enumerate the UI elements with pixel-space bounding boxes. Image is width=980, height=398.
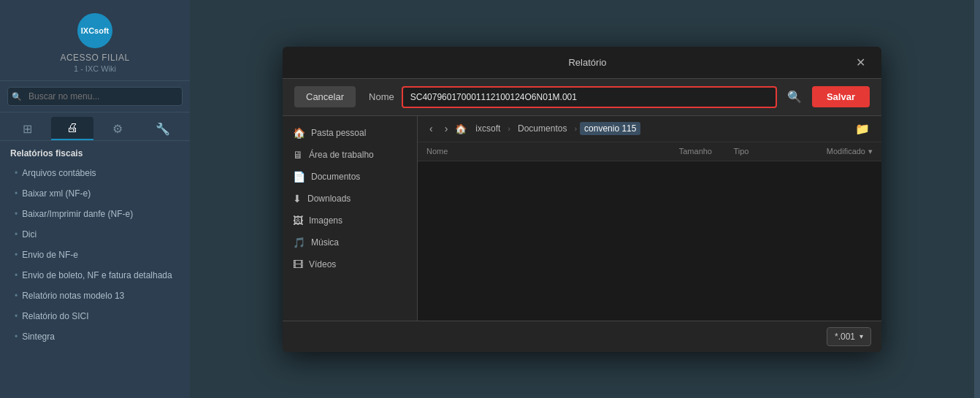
dialog-title: Relatório	[324, 57, 851, 68]
file-nav-sidebar: 🏠 Pasta pessoal 🖥 Área de trabalho 📄 Doc…	[283, 116, 418, 321]
dialog-toolbar: Cancelar Nome 🔍 Salvar	[283, 79, 881, 116]
search-icon-button[interactable]: 🔍	[784, 87, 805, 107]
downloads-icon: ⬇	[293, 193, 302, 204]
company-sub: 1 - IXC Wiki	[74, 64, 116, 73]
breadcrumb-home[interactable]: ixcsoft	[471, 122, 505, 135]
breadcrumb-sep2: ›	[574, 124, 577, 133]
home-breadcrumb-icon: 🏠	[455, 123, 467, 134]
col-header-size: Tamanho	[654, 147, 712, 156]
file-list-body	[418, 161, 881, 321]
breadcrumb-convenio[interactable]: convenio 115	[580, 122, 640, 135]
col-header-type: Tipo	[712, 147, 770, 156]
breadcrumb-documentos[interactable]: Documentos	[513, 122, 571, 135]
logo-icon: IXCsoft	[77, 13, 112, 48]
cancel-button[interactable]: Cancelar	[294, 86, 356, 107]
sidebar-item-sintegra[interactable]: Sintegra	[0, 326, 190, 347]
name-label: Nome	[369, 91, 394, 102]
sidebar-item-envio-nfe[interactable]: Envio de NF-e	[0, 245, 190, 265]
chevron-down-icon: ▾	[860, 332, 863, 340]
company-name: ACESSO FILIAL	[60, 53, 129, 63]
breadcrumb-sep1: ›	[508, 124, 510, 133]
file-list-header: Nome Tamanho Tipo Modificado ▾	[418, 142, 881, 161]
breadcrumb: ‹ › 🏠 ixcsoft › Documentos › convenio 11…	[418, 116, 881, 142]
modal-overlay: Relatório ✕ Cancelar Nome 🔍 Salvar 🏠 Pas…	[190, 0, 974, 398]
save-dialog: Relatório ✕ Cancelar Nome 🔍 Salvar 🏠 Pas…	[283, 47, 881, 352]
right-panel	[974, 0, 980, 398]
file-browser: 🏠 Pasta pessoal 🖥 Área de trabalho 📄 Doc…	[283, 116, 881, 321]
videos-icon: 🎞	[293, 259, 303, 270]
sidebar-logo: IXCsoft ACESSO FILIAL 1 - IXC Wiki	[0, 0, 190, 81]
music-icon: 🎵	[293, 237, 305, 248]
nav-item-documentos[interactable]: 📄 Documentos	[283, 166, 417, 188]
sidebar-tabs: ⊞ 🖨 ⚙ 🔧	[0, 112, 190, 141]
sidebar-item-dici[interactable]: Dici	[0, 224, 190, 245]
sidebar-item-envio-boleto[interactable]: Envio de boleto, NF e fatura detalhada	[0, 265, 190, 286]
nav-item-pasta-pessoal[interactable]: 🏠 Pasta pessoal	[283, 122, 417, 144]
file-area: ‹ › 🏠 ixcsoft › Documentos › convenio 11…	[418, 116, 881, 321]
tab-print[interactable]: 🖨	[51, 117, 93, 140]
sidebar: IXCsoft ACESSO FILIAL 1 - IXC Wiki ⊞ 🖨 ⚙…	[0, 0, 190, 398]
home-icon: 🏠	[293, 127, 305, 139]
nav-item-area-trabalho[interactable]: 🖥 Área de trabalho	[283, 144, 417, 166]
sidebar-item-arquivos[interactable]: Arquivos contábeis	[0, 163, 190, 183]
nav-item-downloads[interactable]: ⬇ Downloads	[283, 188, 417, 210]
save-button[interactable]: Salvar	[812, 86, 870, 107]
sidebar-item-baixar-xml[interactable]: Baixar xml (NF-e)	[0, 183, 190, 204]
col-header-modified: Modificado ▾	[770, 147, 873, 156]
sidebar-search-area	[0, 81, 190, 112]
dialog-titlebar: Relatório ✕	[283, 47, 881, 79]
back-button[interactable]: ‹	[425, 121, 437, 136]
section-title: Relatórios fiscais	[0, 141, 190, 163]
sort-icon[interactable]: ▾	[868, 147, 873, 156]
sidebar-item-relatorio-notas[interactable]: Relatório notas modelo 13	[0, 286, 190, 306]
file-type-dropdown[interactable]: *.001 ▾	[827, 327, 871, 346]
sidebar-items-list: Arquivos contábeis Baixar xml (NF-e) Bai…	[0, 163, 190, 398]
search-input[interactable]	[7, 87, 183, 106]
tab-tools[interactable]: 🔧	[142, 117, 184, 140]
main-content: Relatório ✕ Cancelar Nome 🔍 Salvar 🏠 Pas…	[190, 0, 974, 398]
sidebar-item-baixar-danfe[interactable]: Baixar/Imprimir danfe (NF-e)	[0, 204, 190, 224]
desktop-icon: 🖥	[293, 149, 303, 161]
close-button[interactable]: ✕	[851, 54, 870, 71]
nav-item-musica[interactable]: 🎵 Música	[283, 231, 417, 253]
dialog-footer: *.001 ▾	[283, 321, 881, 352]
nav-item-videos[interactable]: 🎞 Vídeos	[283, 253, 417, 275]
tab-monitor[interactable]: ⊞	[6, 117, 48, 140]
tab-settings[interactable]: ⚙	[96, 117, 139, 140]
filename-input[interactable]	[402, 86, 777, 108]
images-icon: 🖼	[293, 215, 303, 226]
col-header-name: Nome	[426, 147, 654, 156]
documents-icon: 📄	[293, 171, 305, 183]
new-folder-button[interactable]: 📁	[851, 120, 874, 137]
nav-item-imagens[interactable]: 🖼 Imagens	[283, 210, 417, 231]
forward-button[interactable]: ›	[440, 121, 453, 136]
sidebar-item-relatorio-sici[interactable]: Relatório do SICI	[0, 306, 190, 326]
